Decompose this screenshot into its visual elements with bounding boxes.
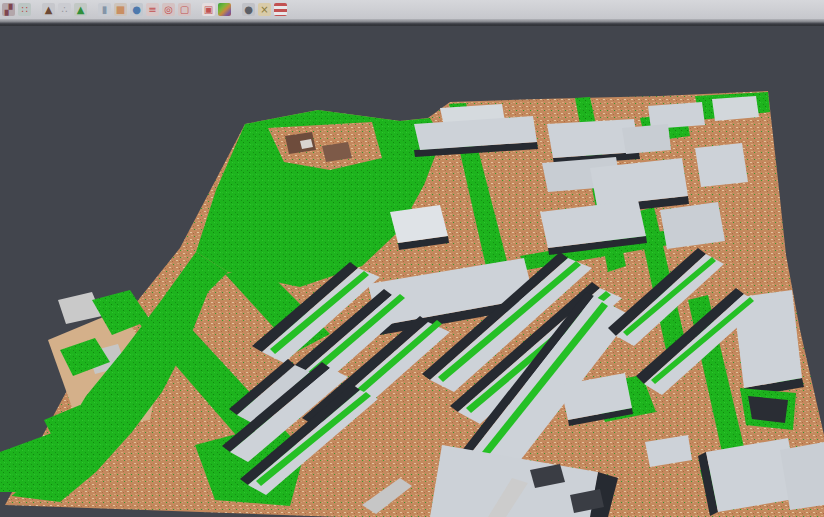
scalar-field-icon[interactable]: ▞ <box>2 3 15 16</box>
circle-pick-icon[interactable]: ◎ <box>162 3 175 16</box>
building-roof <box>622 124 671 154</box>
toolbar: ▞∷▲∴▲▮■●≡◎▢▣●× <box>0 0 824 19</box>
class-palette-icon[interactable] <box>218 3 231 16</box>
building-roof <box>712 96 759 121</box>
delete-cross-icon[interactable]: × <box>258 3 271 16</box>
vegetation-class-icon[interactable]: ▲ <box>74 3 87 16</box>
classify-points-icon[interactable]: ∷ <box>18 3 31 16</box>
red-layers-icon[interactable]: ≡ <box>146 3 159 16</box>
dark-yard <box>748 396 788 423</box>
building-roof <box>648 102 705 129</box>
mesh-sphere-icon[interactable]: ● <box>242 3 255 16</box>
ground-surface-icon[interactable]: ■ <box>114 3 127 16</box>
rect-select-icon[interactable]: ▢ <box>178 3 191 16</box>
flag-lines-icon[interactable] <box>274 3 287 16</box>
3d-viewport-canvas[interactable] <box>0 26 824 517</box>
toolbar-divider <box>0 19 824 26</box>
building-roof <box>660 202 725 249</box>
low-points-icon[interactable]: ∴ <box>58 3 71 16</box>
profile-view-icon[interactable]: ▮ <box>98 3 111 16</box>
ground-light-patch <box>58 292 102 324</box>
clip-region-icon[interactable]: ▣ <box>202 3 215 16</box>
ground-class-icon[interactable]: ▲ <box>42 3 55 16</box>
building-roof <box>695 143 748 187</box>
point-cloud-scene <box>0 91 824 517</box>
globe-icon[interactable]: ● <box>130 3 143 16</box>
